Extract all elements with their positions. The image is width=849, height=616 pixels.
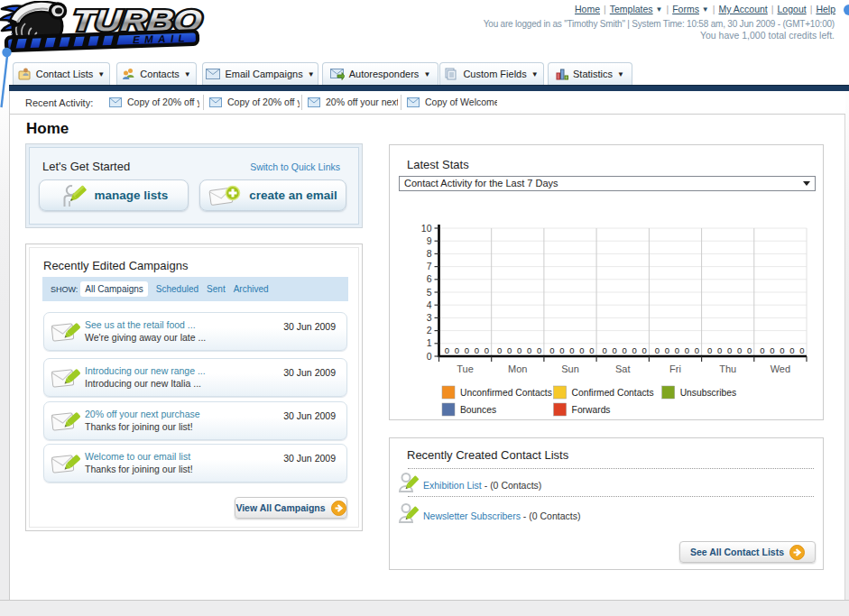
svg-text:0: 0: [737, 345, 742, 355]
svg-text:0: 0: [707, 345, 712, 355]
svg-text:0: 0: [789, 345, 794, 355]
svg-text:3: 3: [427, 312, 432, 323]
svg-text:2: 2: [427, 325, 432, 336]
svg-text:0: 0: [770, 345, 774, 355]
svg-text:0: 0: [747, 345, 752, 355]
svg-text:Sat: Sat: [615, 363, 631, 374]
svg-text:EMAIL: EMAIL: [133, 32, 190, 45]
svg-text:0: 0: [727, 345, 732, 355]
svg-text:0: 0: [675, 345, 679, 355]
svg-text:0: 0: [622, 345, 626, 355]
svg-text:0: 0: [612, 345, 616, 355]
svg-text:0: 0: [537, 345, 541, 355]
svg-text:0: 0: [602, 345, 606, 355]
svg-text:0: 0: [717, 345, 722, 355]
svg-text:Fri: Fri: [669, 363, 681, 374]
svg-text:8: 8: [427, 248, 432, 259]
svg-text:Forwards: Forwards: [572, 405, 611, 415]
svg-text:4: 4: [427, 299, 432, 310]
svg-text:0: 0: [475, 345, 479, 355]
svg-text:0: 0: [455, 345, 459, 355]
svg-text:0: 0: [695, 345, 699, 355]
svg-text:0: 0: [655, 345, 660, 355]
svg-text:0: 0: [665, 345, 669, 355]
svg-text:Thu: Thu: [719, 363, 736, 374]
svg-text:0: 0: [641, 345, 646, 355]
svg-text:0: 0: [760, 345, 764, 355]
svg-text:0: 0: [427, 351, 432, 362]
svg-text:Unconfirmed Contacts: Unconfirmed Contacts: [460, 388, 552, 398]
svg-text:0: 0: [465, 345, 469, 355]
svg-text:0: 0: [497, 345, 502, 355]
svg-text:0: 0: [507, 345, 512, 355]
svg-text:0: 0: [484, 345, 489, 355]
svg-text:1: 1: [427, 337, 432, 348]
svg-text:0: 0: [579, 345, 584, 355]
svg-text:0: 0: [589, 345, 594, 355]
svg-text:Sun: Sun: [561, 363, 579, 374]
svg-text:0: 0: [559, 345, 564, 355]
svg-text:0: 0: [517, 345, 521, 355]
svg-text:Wed: Wed: [771, 363, 790, 374]
svg-text:Confirmed Contacts: Confirmed Contacts: [572, 388, 654, 398]
svg-text:9: 9: [427, 235, 432, 246]
svg-text:0: 0: [445, 345, 449, 355]
svg-text:Unsubscribes: Unsubscribes: [680, 388, 736, 398]
svg-text:Tue: Tue: [457, 363, 474, 374]
svg-text:0: 0: [549, 345, 554, 355]
svg-text:0: 0: [632, 345, 636, 355]
svg-text:5: 5: [427, 287, 432, 298]
svg-text:0: 0: [799, 345, 804, 355]
svg-text:0: 0: [780, 345, 784, 355]
svg-text:7: 7: [427, 261, 432, 271]
svg-text:6: 6: [427, 273, 432, 284]
svg-text:0: 0: [685, 345, 689, 355]
svg-text:10: 10: [421, 223, 432, 234]
svg-text:0: 0: [527, 345, 531, 355]
svg-text:Mon: Mon: [508, 363, 527, 374]
svg-text:0: 0: [569, 345, 574, 355]
svg-text:Bounces: Bounces: [460, 405, 496, 415]
